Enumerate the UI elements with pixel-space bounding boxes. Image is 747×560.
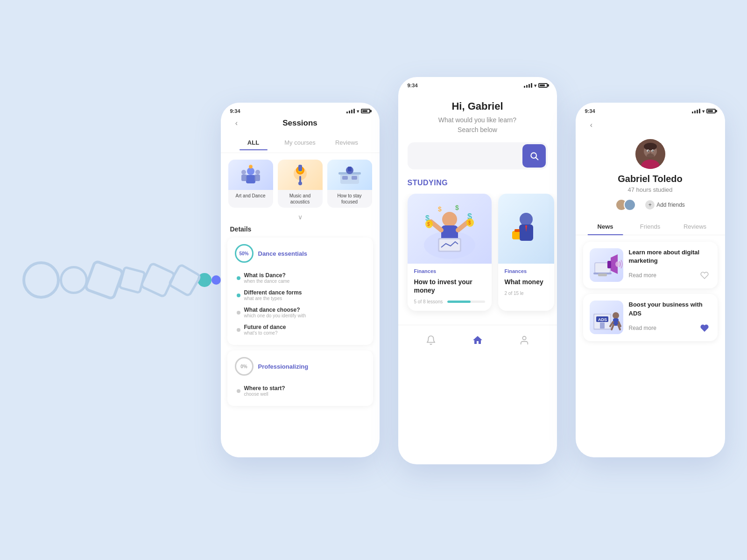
lesson-sub-prof-1: choose well bbox=[244, 392, 366, 397]
svg-rect-1 bbox=[246, 175, 255, 183]
course-card-focus[interactable]: How to stay focused bbox=[327, 160, 372, 208]
lesson-name-prof-1: Where to start? bbox=[244, 385, 366, 392]
battery-icon-right bbox=[706, 109, 716, 113]
study-card-invest[interactable]: $ $ $ $ $ $ bbox=[408, 194, 492, 311]
back-button-left[interactable]: ‹ bbox=[230, 117, 243, 130]
time-right: 9:34 bbox=[585, 108, 595, 114]
bg-decoration-rect-1 bbox=[83, 259, 125, 301]
finances-2-illustration bbox=[498, 194, 554, 264]
heart-button-marketing[interactable] bbox=[698, 269, 711, 282]
nav-profile[interactable] bbox=[516, 332, 533, 349]
lesson-future-dance[interactable]: Future of dance what's to come? bbox=[235, 321, 366, 338]
bg-decoration-rect-4 bbox=[167, 262, 202, 297]
nav-home[interactable] bbox=[469, 332, 486, 349]
status-bar-left: 9:34 ▾ bbox=[221, 103, 380, 117]
course-label-focus: How to stay focused bbox=[327, 190, 372, 208]
invest-illustration: $ $ $ $ $ $ bbox=[412, 194, 487, 264]
heart-icon-ads bbox=[700, 324, 709, 332]
friend-avatar-2 bbox=[624, 199, 636, 211]
friends-row: + Add friends bbox=[615, 199, 685, 211]
svg-text:$: $ bbox=[468, 220, 471, 225]
svg-rect-11 bbox=[298, 165, 302, 171]
progress-percent-prof: 0% bbox=[240, 364, 247, 369]
progress-bar-bg-1 bbox=[447, 301, 485, 303]
tab-reviews[interactable]: Reviews bbox=[324, 135, 370, 150]
svg-text:ADS: ADS bbox=[598, 317, 607, 322]
wifi-icon-right: ▾ bbox=[702, 109, 705, 114]
study-name-2: What money bbox=[498, 276, 554, 291]
read-more-marketing[interactable]: Read more bbox=[629, 272, 656, 279]
phone-left: 9:34 ▾ ‹ Sessions ALL My course bbox=[221, 103, 380, 457]
tab-news[interactable]: News bbox=[583, 218, 628, 235]
study-progress-row-1: 5 of 8 lessons bbox=[408, 299, 492, 304]
battery-icon bbox=[361, 109, 370, 113]
nav-bell[interactable] bbox=[423, 332, 439, 349]
svg-point-66 bbox=[613, 312, 619, 319]
expand-button[interactable]: ∨ bbox=[221, 211, 380, 223]
study-lessons-2: 2 of 15 le bbox=[505, 291, 524, 296]
progress-bar-fill-1 bbox=[447, 301, 471, 303]
bg-decoration-circle-2 bbox=[60, 266, 88, 294]
wifi-icon: ▾ bbox=[357, 109, 359, 114]
lesson-name-1: What is Dance? bbox=[244, 272, 366, 279]
heart-button-ads[interactable] bbox=[698, 322, 711, 335]
svg-point-2 bbox=[241, 170, 246, 175]
course-card-art[interactable]: Art and Dance bbox=[228, 160, 273, 208]
signal-bar-1 bbox=[346, 112, 348, 113]
subtitle-line2: Search below bbox=[458, 126, 497, 133]
search-icon bbox=[529, 151, 539, 161]
course-thumb-art bbox=[228, 160, 273, 190]
battery-icon-center bbox=[538, 83, 548, 88]
tab-all[interactable]: ALL bbox=[230, 135, 277, 150]
phones-container: 9:34 ▾ ‹ Sessions ALL My course bbox=[221, 96, 725, 464]
lesson-where-start[interactable]: Where to start? choose well bbox=[235, 382, 366, 399]
search-input[interactable] bbox=[408, 146, 521, 166]
tab-reviews-right[interactable]: Reviews bbox=[673, 218, 718, 235]
tab-my-courses[interactable]: My courses bbox=[277, 135, 324, 150]
time-center: 9:34 bbox=[408, 83, 418, 88]
news-title-marketing: Learn more about digital marketing bbox=[629, 248, 711, 265]
status-bar-right: 9:34 ▾ bbox=[576, 103, 725, 117]
lesson-sub-4: what's to come? bbox=[244, 330, 366, 336]
heart-icon-marketing bbox=[700, 271, 709, 280]
study-card-thumb-invest: $ $ $ $ $ $ bbox=[408, 194, 492, 264]
battery-fill bbox=[362, 110, 367, 112]
read-more-ads[interactable]: Read more bbox=[629, 325, 656, 331]
svg-rect-19 bbox=[352, 176, 357, 180]
greeting-title: Hi, Gabriel bbox=[412, 100, 543, 112]
signal-icon-right bbox=[692, 109, 700, 113]
search-bar[interactable] bbox=[408, 142, 548, 169]
back-button-right[interactable]: ‹ bbox=[585, 119, 598, 132]
lesson-what-is-dance[interactable]: What is Dance? when the dance came bbox=[235, 269, 366, 287]
svg-line-70 bbox=[612, 325, 613, 329]
phone-right: 9:34 ▾ ‹ bbox=[576, 103, 725, 457]
study-card-2[interactable]: Finances What money 2 of 15 le bbox=[498, 194, 554, 311]
svg-rect-59 bbox=[607, 261, 611, 268]
news-card-marketing[interactable]: Learn more about digital marketing Read … bbox=[583, 242, 718, 288]
news-card-ads[interactable]: ADS Boost your business with ADS bbox=[583, 294, 718, 341]
svg-point-51 bbox=[652, 150, 654, 152]
greeting-section: Hi, Gabriel What would you like learn? S… bbox=[398, 91, 557, 142]
status-icons-left: ▾ bbox=[346, 109, 370, 114]
sessions-tabs: ALL My courses Reviews bbox=[221, 133, 380, 153]
svg-rect-17 bbox=[348, 167, 352, 171]
lesson-dance-forms[interactable]: Different dance forms what are the types bbox=[235, 287, 366, 304]
wifi-icon-center: ▾ bbox=[534, 83, 536, 88]
search-button[interactable] bbox=[522, 144, 546, 168]
lesson-dance-choose[interactable]: What dance choose? which one do you iden… bbox=[235, 304, 366, 321]
bg-decoration-dot-2 bbox=[211, 275, 221, 285]
study-tag-2: Finances bbox=[498, 264, 554, 276]
tab-friends[interactable]: Friends bbox=[628, 218, 673, 235]
study-name-1: How to invest your money bbox=[408, 276, 492, 299]
svg-point-0 bbox=[247, 168, 254, 175]
greeting-subtitle: What would you like learn? Search below bbox=[412, 115, 543, 135]
svg-text:$: $ bbox=[455, 204, 459, 211]
time-left: 9:34 bbox=[230, 108, 240, 114]
course-card-music[interactable]: Music and acoustics bbox=[278, 160, 323, 208]
add-friends-button[interactable]: + Add friends bbox=[645, 200, 685, 210]
svg-point-60 bbox=[615, 261, 620, 267]
profile-name: Gabriel Toledo bbox=[618, 174, 683, 184]
study-card-thumb-2 bbox=[498, 194, 554, 264]
svg-rect-3 bbox=[241, 175, 247, 181]
svg-rect-40 bbox=[514, 229, 520, 232]
